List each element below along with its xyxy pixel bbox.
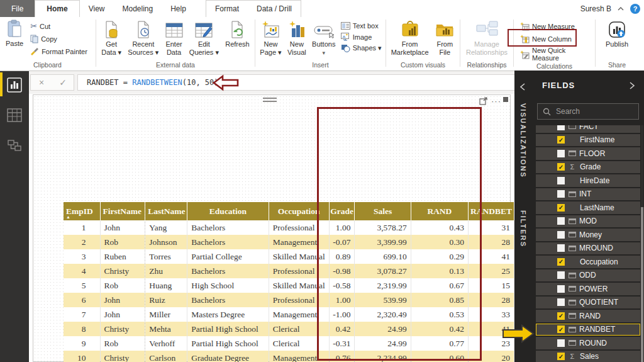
unchecked-checkbox[interactable] (557, 177, 565, 184)
visual-drag-handle[interactable] (263, 98, 277, 102)
unchecked-checkbox[interactable] (557, 231, 565, 239)
unchecked-checkbox[interactable] (557, 339, 565, 347)
checked-checkbox[interactable]: ✓ (557, 163, 565, 171)
new-visual-button[interactable]: NewVisual (286, 19, 308, 57)
tab-help[interactable]: Help (162, 0, 195, 17)
unchecked-checkbox[interactable] (557, 217, 565, 225)
refresh-button[interactable]: Refresh (223, 19, 252, 50)
table-row[interactable]: 6JohnRuizBachelorsProfessional1.00539.99… (64, 293, 514, 307)
table-row[interactable]: 9RobVerhoffPartial High SchoolClerical-0… (64, 336, 514, 351)
column-header-randbet[interactable]: RANDBET (469, 202, 514, 220)
field-item-mod[interactable]: MOD (536, 215, 640, 228)
table-row[interactable]: 7JohnMillerMasters DegreeManagement-1.00… (64, 307, 514, 322)
field-item-occupation[interactable]: ✓Occupation (536, 256, 640, 268)
field-item-mround[interactable]: MROUND (536, 242, 640, 255)
field-item-money[interactable]: Money (536, 229, 640, 241)
field-item-hiredate[interactable]: HireDate (536, 174, 640, 187)
image-button[interactable]: Image (340, 32, 383, 42)
table-row[interactable]: 8ChristyMehtaPartial High SchoolClerical… (64, 322, 514, 336)
field-item-floor[interactable]: FLOOR (536, 147, 640, 160)
fields-scrollbar-thumb[interactable] (641, 207, 643, 362)
table-row[interactable]: 1JohnYangBachelorsProfessional1.003,578.… (64, 220, 514, 235)
field-item-quotient[interactable]: QUOTIENT (536, 297, 640, 309)
new-quick-measure-button[interactable]: New Quick Measure (518, 46, 592, 62)
model-view-icon[interactable] (7, 138, 22, 153)
column-header-empid[interactable]: EmpID▲ (64, 202, 100, 220)
unchecked-checkbox[interactable] (557, 271, 565, 279)
data-view-icon[interactable] (7, 108, 22, 123)
visual-resize-handle[interactable] (502, 96, 509, 103)
checked-checkbox[interactable]: ✓ (557, 136, 565, 144)
column-header-education[interactable]: Education (187, 202, 269, 220)
unchecked-checkbox[interactable] (557, 150, 565, 157)
tab-format[interactable]: Format (206, 1, 248, 17)
unchecked-checkbox[interactable] (557, 125, 565, 130)
unchecked-checkbox[interactable] (557, 190, 565, 198)
new-measure-button[interactable]: New Measure (518, 21, 576, 31)
field-item-grade[interactable]: ✓ΣGrade (536, 161, 640, 174)
tab-home[interactable]: Home (35, 0, 79, 17)
tab-visualizations[interactable]: VISUALIZATIONS (519, 103, 527, 178)
field-item-int[interactable]: INT (536, 188, 640, 201)
checked-checkbox[interactable]: ✓ (557, 312, 565, 320)
get-data-button[interactable]: GetData ▾ (99, 19, 123, 57)
column-header-grade[interactable]: Grade (329, 202, 355, 220)
format-painter-button[interactable]: Format Painter (29, 47, 89, 56)
tab-file[interactable]: File (0, 0, 35, 17)
new-page-button[interactable]: NewPage ▾ (258, 19, 283, 57)
checked-checkbox[interactable]: ✓ (557, 353, 565, 360)
field-item-fact[interactable]: FACT (536, 125, 640, 133)
more-options-icon[interactable]: ··· (491, 96, 501, 106)
field-item-rand[interactable]: ✓RAND (536, 310, 640, 322)
buttons-button[interactable]: Buttons▾ (310, 19, 337, 58)
field-item-firstname[interactable]: ✓FirstName (536, 134, 640, 147)
tab-view[interactable]: View (80, 0, 114, 17)
report-view-icon[interactable] (7, 77, 22, 93)
collapse-panel-icon[interactable] (519, 83, 525, 91)
from-marketplace-button[interactable]: FromMarketplace (389, 19, 431, 57)
table-row[interactable]: 10ChristyCarlsonGraduate DegreeManagemen… (64, 351, 514, 362)
paste-button[interactable]: Paste (4, 18, 25, 49)
fields-search-input[interactable] (556, 107, 628, 116)
focus-mode-icon[interactable] (479, 97, 487, 105)
column-header-sales[interactable]: Sales (355, 202, 411, 220)
column-header-lastname[interactable]: LastName (145, 202, 187, 220)
checked-checkbox[interactable]: ✓ (557, 258, 565, 266)
tab-filters[interactable]: FILTERS (519, 210, 527, 247)
collapse-ribbon-icon[interactable] (618, 7, 624, 11)
table-row[interactable]: 4ChristyZhuBachelorsProfessional-0.983,0… (64, 264, 514, 278)
signed-in-user[interactable]: Suresh B (580, 4, 611, 13)
table-row[interactable]: 5RobHuangHigh SchoolSkilled Manual-0.582… (64, 278, 514, 293)
table-row[interactable]: 2RobJohnsonBachelorsManagement-0.073,399… (64, 235, 514, 249)
shapes-button[interactable]: Shapes ▾ (340, 43, 383, 53)
field-item-randbet[interactable]: ✓RANDBET (536, 324, 640, 336)
unchecked-checkbox[interactable] (557, 298, 565, 306)
expand-panel-icon[interactable] (630, 82, 635, 89)
cut-button[interactable]: ✂Cut (29, 21, 89, 31)
formula-commit-button[interactable]: ✓ (52, 75, 74, 90)
fields-scrollbar[interactable] (641, 125, 643, 362)
checked-checkbox[interactable]: ✓ (557, 204, 565, 212)
field-item-round[interactable]: ROUND (536, 337, 640, 349)
from-file-button[interactable]: FromFile (433, 19, 457, 57)
field-item-lastname[interactable]: ✓LastName (536, 201, 640, 214)
formula-cancel-button[interactable]: × (31, 75, 52, 90)
tab-data-drill[interactable]: Data / Drill (248, 1, 301, 17)
manage-relationships-button[interactable]: ManageRelationships (464, 19, 509, 57)
publish-button[interactable]: Publish (604, 19, 630, 50)
unchecked-checkbox[interactable] (557, 285, 565, 293)
fields-search-box[interactable] (537, 103, 639, 120)
tab-modeling[interactable]: Modeling (113, 0, 162, 17)
copy-button[interactable]: Copy (29, 34, 89, 44)
help-icon[interactable]: ? (630, 4, 640, 14)
field-item-odd[interactable]: ODD (536, 269, 640, 282)
checked-checkbox[interactable]: ✓ (557, 325, 565, 333)
table-row[interactable]: 3RubenTorresPartial CollegeSkilled Manua… (64, 249, 514, 264)
recent-sources-button[interactable]: RecentSources ▾ (126, 19, 160, 57)
formula-input[interactable]: RANDBET = RANDBETWEEN(10, 50) (77, 74, 540, 91)
field-item-sales[interactable]: ✓ΣSales (536, 351, 640, 362)
edit-queries-button[interactable]: EditQueries ▾ (187, 19, 221, 57)
unchecked-checkbox[interactable] (557, 244, 565, 252)
column-header-rand[interactable]: RAND (411, 202, 468, 220)
field-item-power[interactable]: POWER (536, 283, 640, 295)
